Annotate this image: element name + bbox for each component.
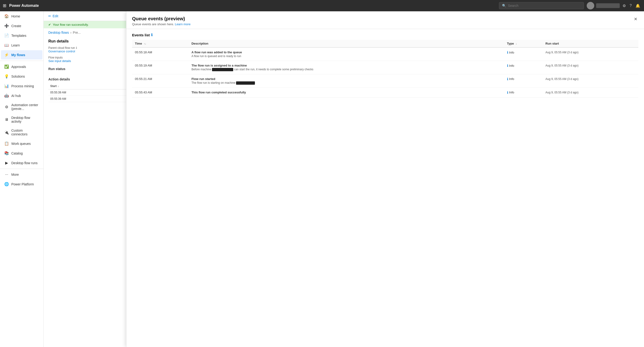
power-platform-icon: 🌐	[4, 182, 9, 186]
sidebar-item-label: My flows	[11, 53, 25, 57]
sidebar-item-work-queues[interactable]: 📋 Work queues	[1, 139, 42, 148]
work-queues-icon: 📋	[4, 141, 9, 146]
settings-icon[interactable]: ⚙	[622, 2, 627, 9]
event-title-2: The flow run is assigned to a machine	[192, 64, 501, 67]
panel-body: Events list ℹ Time ↑↓ Description	[126, 29, 644, 347]
event-run-start-4: Aug 9, 05:55 AM (3 d ago)	[542, 88, 638, 98]
sidebar-item-desktop-flow-runs[interactable]: ▶ Desktop flow runs	[1, 158, 42, 168]
col-time[interactable]: Time ↑↓	[132, 40, 189, 48]
sidebar-item-label: AI hub	[11, 94, 21, 98]
sidebar-item-catalog[interactable]: 📚 Catalog	[1, 148, 42, 158]
sidebar-item-more[interactable]: ··· More	[1, 170, 42, 179]
col-run-start: Run start	[542, 40, 638, 48]
event-type-1: ℹ Info	[504, 48, 542, 61]
avatar[interactable]	[587, 2, 594, 10]
col-type[interactable]: Type ↓	[504, 40, 542, 48]
learn-more-link[interactable]: Learn more	[175, 22, 190, 26]
sidebar-item-label: Power Platform	[11, 182, 34, 186]
events-list-title: Events list ℹ	[132, 33, 638, 37]
edit-pencil-icon: ✏	[48, 14, 51, 18]
app-logo: Power Automate	[9, 4, 496, 8]
event-time-4: 05:55:43 AM	[132, 88, 189, 98]
event-desc-3: Flow run started The flow run is startin…	[189, 74, 504, 88]
notifications-icon[interactable]: 🔔	[634, 2, 641, 9]
approvals-icon: ✅	[4, 64, 9, 69]
search-icon: 🔍	[502, 4, 506, 8]
event-subdesc-3: The flow run is starting on machine	[192, 81, 501, 85]
event-time-3: 05:55:21 AM	[132, 74, 189, 88]
sidebar-item-my-flows[interactable]: ⚡ My flows	[1, 50, 42, 60]
sidebar-item-label: Desktop flow runs	[11, 161, 38, 165]
sidebar-item-label: Create	[11, 24, 21, 28]
sidebar-item-learn[interactable]: 📖 Learn	[1, 40, 42, 50]
templates-icon: 📄	[4, 33, 9, 38]
sidebar-item-process-mining[interactable]: 📊 Process mining	[1, 82, 42, 90]
event-row-3: 05:55:21 AM Flow run started The flow ru…	[132, 74, 638, 88]
type-badge-4: ℹ Info	[507, 90, 514, 94]
event-title-4: This flow run completed successfully	[192, 90, 501, 94]
event-run-start-3: Aug 9, 05:55 AM (3 d ago)	[542, 74, 638, 88]
create-icon: ➕	[4, 24, 9, 28]
sidebar-item-label: More	[11, 173, 19, 176]
grid-icon[interactable]: ⊞	[3, 3, 6, 8]
events-list-info-icon[interactable]: ℹ	[151, 33, 152, 37]
event-time-2: 05:55:19 AM	[132, 61, 189, 74]
desktop-flow-runs-icon: ▶	[4, 161, 9, 165]
custom-connectors-icon: 🔌	[4, 130, 9, 135]
help-icon[interactable]: ?	[629, 2, 633, 9]
sidebar-divider-1	[0, 60, 44, 61]
more-icon: ···	[4, 172, 9, 177]
queue-events-panel: Queue events (preview) Queue events are …	[126, 11, 644, 347]
sidebar-item-label: Automation center (previe...	[11, 103, 39, 111]
success-icon: ✔	[48, 23, 51, 26]
sidebar-item-automation-center[interactable]: ⚙ Automation center (previe...	[1, 101, 42, 113]
sidebar-item-ai-hub[interactable]: 🤖 AI hub	[1, 91, 42, 100]
sidebar-item-custom-connectors[interactable]: 🔌 Custom connectors	[1, 126, 42, 138]
sidebar-item-templates[interactable]: 📄 Templates	[1, 31, 42, 40]
sidebar-item-label: Approvals	[11, 65, 26, 69]
info-icon-2: ℹ	[507, 64, 508, 68]
sidebar-item-power-platform[interactable]: 🌐 Power Platform	[1, 180, 42, 189]
home-icon: 🏠	[4, 14, 9, 18]
panel-header-text: Queue events (preview) Queue events are …	[132, 16, 190, 26]
panel-title: Queue events (preview)	[132, 16, 190, 22]
breadcrumb-desktop-flows[interactable]: Desktop flows	[48, 31, 69, 34]
search-container: 🔍	[499, 2, 584, 9]
solutions-icon: 💡	[4, 74, 9, 78]
event-row-2: 05:55:19 AM The flow run is assigned to …	[132, 61, 638, 74]
sidebar-item-label: Catalog	[11, 152, 23, 155]
ai-hub-icon: 🤖	[4, 94, 9, 98]
sidebar-item-label: Desktop flow activity	[11, 116, 39, 123]
type-sort-icon: ↓	[516, 42, 517, 45]
content-area: ✏ Edit ✔ Your flow ran successfully. Des…	[44, 11, 644, 347]
sidebar-item-home[interactable]: 🏠 Home	[1, 12, 42, 21]
sidebar-item-desktop-flow-activity[interactable]: 🖥 Desktop flow activity	[1, 114, 42, 126]
redacted-machine-name-2	[212, 68, 233, 71]
event-run-start-2: Aug 9, 05:55 AM (3 d ago)	[542, 61, 638, 74]
sidebar-item-create[interactable]: ➕ Create	[1, 21, 42, 30]
event-subdesc-1: A flow run is queued and is ready to run	[192, 54, 501, 58]
event-row-4: 05:55:43 AM This flow run completed succ…	[132, 88, 638, 98]
event-title-1: A flow run was added to the queue	[192, 50, 501, 54]
panel-close-button[interactable]: ✕	[633, 16, 638, 22]
sidebar-item-label: Process mining	[11, 84, 34, 88]
process-mining-icon: 📊	[4, 84, 9, 88]
redacted-machine-name-3	[236, 82, 255, 85]
catalog-icon: 📚	[4, 151, 9, 156]
time-sort-icon: ↑↓	[144, 42, 146, 45]
sidebar-item-approvals[interactable]: ✅ Approvals	[1, 62, 42, 71]
col-description: Description	[189, 40, 504, 48]
events-table-header: Time ↑↓ Description Type ↓ Run	[132, 40, 638, 48]
sidebar-item-solutions[interactable]: 💡 Solutions	[1, 72, 42, 81]
main-layout: 🏠 Home ➕ Create 📄 Templates 📖 Learn ⚡ My…	[0, 11, 644, 347]
search-input[interactable]	[508, 4, 581, 8]
sidebar-item-label: Templates	[11, 34, 26, 38]
edit-button[interactable]: ✏ Edit	[48, 14, 58, 18]
sidebar-item-label: Custom connectors	[11, 128, 39, 136]
event-type-2: ℹ Info	[504, 61, 542, 74]
sidebar-divider-2	[0, 169, 44, 169]
event-row-1: 05:55:18 AM A flow run was added to the …	[132, 48, 638, 61]
event-title-3: Flow run started	[192, 77, 501, 81]
info-icon-1: ℹ	[507, 50, 508, 54]
event-desc-1: A flow run was added to the queue A flow…	[189, 48, 504, 61]
